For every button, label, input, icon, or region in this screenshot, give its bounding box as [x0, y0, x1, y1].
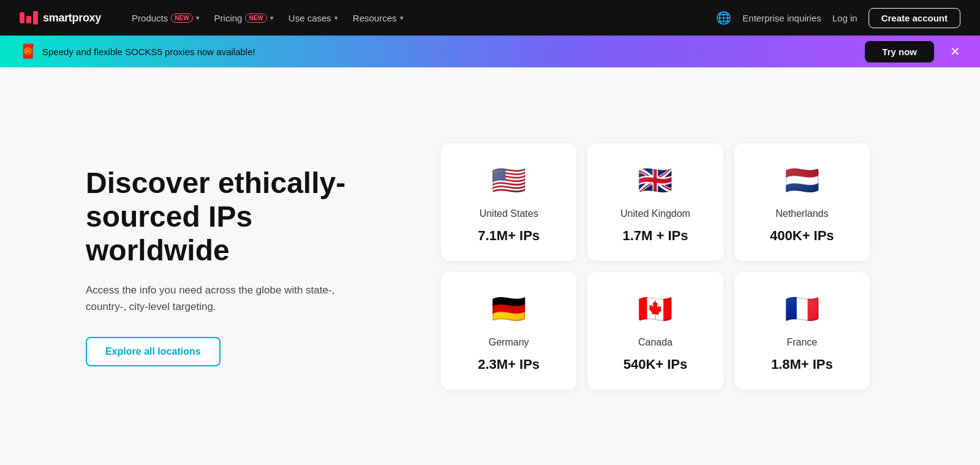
nav-links: Products NEW ▾ Pricing NEW ▾ Use cases ▾…	[126, 9, 716, 27]
nav-resources-chevron: ▾	[400, 14, 404, 22]
nav-item-usecases[interactable]: Use cases ▾	[282, 9, 344, 27]
nav-products-label: Products	[132, 13, 168, 23]
logo-text: smartproxy	[43, 12, 101, 25]
nav-pricing-chevron: ▾	[270, 14, 274, 22]
country-card-uk[interactable]: 🇬🇧 United Kingdom 1.7M + IPs	[587, 143, 723, 261]
nav-pricing-label: Pricing	[214, 13, 243, 23]
country-name-nl: Netherlands	[775, 208, 828, 219]
flag-de: 🇩🇪	[489, 289, 529, 328]
country-name-us: United States	[480, 208, 538, 219]
nav-item-pricing[interactable]: Pricing NEW ▾	[208, 9, 280, 27]
nav-item-resources[interactable]: Resources ▾	[347, 9, 410, 27]
hero-section: Discover ethically-sourced IPs worldwide…	[86, 166, 392, 367]
country-card-fr[interactable]: 🇫🇷 France 1.8M+ IPs	[734, 272, 870, 390]
create-account-button[interactable]: Create account	[869, 8, 960, 28]
country-name-de: Germany	[489, 337, 529, 348]
explore-locations-button[interactable]: Explore all locations	[86, 337, 221, 366]
flag-nl: 🇳🇱	[782, 161, 821, 200]
announcement-banner: 🧧 Speedy and flexible SOCKS5 proxies now…	[0, 36, 980, 67]
nav-usecases-label: Use cases	[288, 13, 331, 23]
flag-fr: 🇫🇷	[782, 289, 821, 328]
nav-item-products[interactable]: Products NEW ▾	[126, 9, 206, 27]
country-ips-fr: 1.8M+ IPs	[771, 357, 833, 372]
country-card-ca[interactable]: 🇨🇦 Canada 540K+ IPs	[587, 272, 723, 390]
flag-ca: 🇨🇦	[636, 289, 675, 328]
country-card-us[interactable]: 🇺🇸 United States 7.1M+ IPs	[441, 143, 576, 261]
logo-icon	[20, 11, 38, 25]
banner-try-button[interactable]: Try now	[865, 41, 934, 62]
flag-us: 🇺🇸	[489, 161, 529, 200]
nav-products-chevron: ▾	[196, 14, 200, 22]
country-name-ca: Canada	[638, 337, 673, 348]
main-content: Discover ethically-sourced IPs worldwide…	[0, 67, 980, 465]
banner-icon: 🧧	[20, 43, 36, 59]
country-name-fr: France	[786, 337, 817, 348]
country-ips-ca: 540K+ IPs	[624, 357, 688, 372]
nav-right: 🌐 Enterprise inquiries Log in Create acc…	[716, 8, 960, 28]
banner-close-icon[interactable]: ✕	[950, 45, 960, 58]
country-card-de[interactable]: 🇩🇪 Germany 2.3M+ IPs	[441, 272, 576, 390]
hero-title: Discover ethically-sourced IPs worldwide	[86, 166, 392, 268]
hero-description: Access the info you need across the glob…	[86, 282, 368, 315]
login-link[interactable]: Log in	[832, 13, 858, 23]
banner-text: Speedy and flexible SOCKS5 proxies now a…	[42, 47, 859, 57]
country-ips-uk: 1.7M + IPs	[622, 228, 688, 244]
country-ips-nl: 400K+ IPs	[770, 228, 834, 244]
nav-products-badge: NEW	[171, 13, 192, 23]
enterprise-link[interactable]: Enterprise inquiries	[742, 13, 821, 23]
country-ips-us: 7.1M+ IPs	[478, 228, 540, 244]
nav-resources-label: Resources	[353, 13, 397, 23]
flag-uk: 🇬🇧	[636, 161, 675, 200]
nav-usecases-chevron: ▾	[334, 14, 338, 22]
country-card-nl[interactable]: 🇳🇱 Netherlands 400K+ IPs	[734, 143, 870, 261]
country-grid: 🇺🇸 United States 7.1M+ IPs 🇬🇧 United Kin…	[441, 143, 870, 390]
logo[interactable]: smartproxy	[20, 11, 101, 25]
nav-pricing-badge: NEW	[245, 13, 266, 23]
translate-icon[interactable]: 🌐	[716, 10, 731, 25]
country-name-uk: United Kingdom	[620, 208, 690, 219]
country-ips-de: 2.3M+ IPs	[478, 357, 540, 372]
